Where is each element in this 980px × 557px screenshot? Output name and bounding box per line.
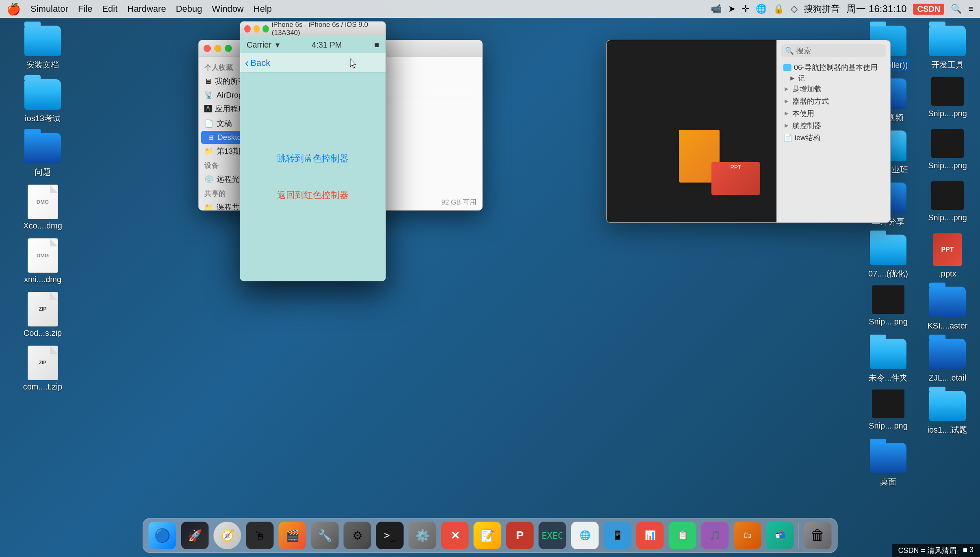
icon-label: Snip....png bbox=[928, 212, 967, 223]
dock-item-xmind[interactable]: ✕ bbox=[441, 522, 469, 549]
lock-icon: 🔒 bbox=[773, 4, 784, 14]
subitem-label: 记 bbox=[798, 74, 805, 82]
dock-item-app8[interactable]: 🎵 bbox=[701, 522, 729, 549]
dock-item-notes[interactable]: 📝 bbox=[474, 522, 501, 549]
return-to-red-button[interactable]: 返回到红色控制器 bbox=[277, 189, 349, 201]
dock-trash[interactable]: 🗑 bbox=[804, 522, 832, 549]
icon-label: 问题 bbox=[35, 167, 51, 177]
xcode-subitem-1[interactable]: ► 记 bbox=[781, 74, 886, 83]
docs-label: 文稿 bbox=[217, 118, 232, 129]
dock-item-safari[interactable]: 🧭 bbox=[214, 522, 241, 549]
location-icon: ➤ bbox=[728, 4, 735, 14]
dock-item-mouse[interactable]: 🖱 bbox=[246, 522, 274, 549]
desktop-icon-wenti[interactable]: 问题 bbox=[16, 132, 69, 177]
desktop-icon-snip4[interactable]: Snip....png bbox=[864, 285, 913, 331]
desktop-icon-snip2[interactable]: Snip....png bbox=[923, 129, 972, 175]
desktop-icon-zjl[interactable]: ZJL....etail bbox=[923, 337, 972, 383]
sim-statusbar: Carrier ▾ 4:31 PM ■ bbox=[240, 36, 386, 53]
search-icon[interactable]: 🔍 bbox=[951, 4, 962, 14]
desktop-icon-cod-zip[interactable]: ZIP Cod...s.zip bbox=[16, 293, 69, 338]
xcode-item-1[interactable]: 06-导航控制器的基本使用 bbox=[781, 61, 886, 74]
desktop-icon-weiling[interactable]: 未令...件夹 bbox=[864, 337, 913, 383]
storage-info: 92 GB 可用 bbox=[441, 198, 477, 207]
sim-back-button[interactable]: ‹ Back bbox=[245, 57, 270, 70]
menu-simulator[interactable]: Simulator bbox=[30, 4, 68, 14]
dock-item-app1[interactable]: 🎬 bbox=[279, 522, 306, 549]
icon-label: 安装文档 bbox=[26, 59, 59, 70]
plus-icon: ✛ bbox=[742, 4, 749, 14]
dock-item-app6[interactable]: 📊 bbox=[636, 522, 664, 549]
view-label: iew结构 bbox=[795, 133, 820, 143]
sim-close-button[interactable] bbox=[244, 25, 251, 33]
desktop-icon-ios1[interactable]: ios1....试题 bbox=[923, 389, 972, 435]
icon-label: Snip....png bbox=[869, 316, 908, 327]
menu-debug[interactable]: Debug bbox=[176, 4, 202, 14]
dock-item-app9[interactable]: 🗂 bbox=[734, 522, 761, 549]
minimize-button[interactable] bbox=[214, 45, 221, 52]
dock-item-app5[interactable]: 📱 bbox=[604, 522, 631, 549]
docs-icon: 📄 bbox=[204, 119, 213, 128]
dock-item-prefs[interactable]: ⚙️ bbox=[409, 522, 436, 549]
dock-item-app7[interactable]: 📋 bbox=[669, 522, 696, 549]
xcode-item5-label: 航控制器 bbox=[792, 121, 822, 131]
menu-help[interactable]: Help bbox=[254, 4, 272, 14]
icon-label: KSI....aster bbox=[928, 320, 968, 331]
menu-hardware[interactable]: Hardware bbox=[127, 4, 166, 14]
xcode-item-view[interactable]: 📄 iew结构 bbox=[781, 132, 886, 144]
dock-item-app3[interactable]: ⚙ bbox=[344, 522, 371, 549]
xcode-search[interactable]: 🔍 搜索 bbox=[781, 44, 886, 57]
item4-icon: ► bbox=[783, 110, 790, 117]
dock-item-finder[interactable]: 🔵 bbox=[149, 522, 176, 549]
shared1-icon: 📁 bbox=[204, 203, 213, 210]
close-button[interactable] bbox=[204, 45, 211, 52]
xcode-item-4[interactable]: ► 本使用 bbox=[781, 107, 886, 120]
jump-to-blue-button[interactable]: 跳转到蓝色控制器 bbox=[277, 152, 349, 165]
remote-disk-icon: 💿 bbox=[204, 175, 213, 184]
xcode-sidebar: 🔍 搜索 06-导航控制器的基本使用 ► 记 ► 是增加载 bbox=[776, 40, 890, 222]
dock-item-app4[interactable]: 🌐 bbox=[571, 522, 599, 549]
back-label[interactable]: Back bbox=[250, 58, 270, 68]
list-view-icon[interactable]: ≡ bbox=[968, 4, 973, 14]
desktop-icon-xmi-dmg[interactable]: DMG xmi....dmg bbox=[16, 239, 69, 285]
desktop-icon-xcode-dmg[interactable]: DMG Xco....dmg bbox=[16, 185, 69, 231]
icon-label: ios13考试 bbox=[25, 113, 61, 124]
icon-label: ZJL....etail bbox=[929, 372, 966, 383]
dock-item-app10[interactable]: 📬 bbox=[766, 522, 794, 549]
desktop-icon-pptx[interactable]: PPT .pptx bbox=[923, 233, 972, 279]
sim-maximize-button[interactable] bbox=[262, 25, 269, 33]
trash-icon: 🗑 bbox=[811, 527, 825, 544]
desktop-icon-snip3[interactable]: Snip....png bbox=[923, 181, 972, 227]
xcode-window[interactable]: PPT 🔍 搜索 06-导航控制器的基本使用 ► 记 bbox=[606, 40, 891, 223]
desktop-icon-com-zip[interactable]: ZIP com....t.zip bbox=[16, 346, 69, 392]
menu-window[interactable]: Window bbox=[212, 4, 244, 14]
desktop-icon-ios13[interactable]: ios13考试 bbox=[16, 78, 69, 124]
simulator-window[interactable]: iPhone 6s - iPhone 6s / iOS 9.0 (13A340)… bbox=[240, 21, 386, 281]
folder-icon-finder: 📁 bbox=[204, 147, 213, 156]
xcode-item-3[interactable]: ► 器器的方式 bbox=[781, 95, 886, 107]
dock-item-tools[interactable]: 🔧 bbox=[311, 522, 339, 549]
desktop-icon-opt[interactable]: 07....(优化) bbox=[864, 233, 913, 279]
desktop-icon-devtools[interactable]: 开发工具 bbox=[923, 24, 972, 71]
menu-file[interactable]: File bbox=[78, 4, 92, 14]
sim-time: 4:31 PM bbox=[312, 40, 342, 50]
apple-menu[interactable]: 🍎 bbox=[7, 2, 21, 16]
xcode-item-5[interactable]: ► 航控制器 bbox=[781, 120, 886, 132]
icon-label: Snip....png bbox=[869, 420, 908, 431]
desktop-icon-snip1[interactable]: Snip....png bbox=[923, 77, 972, 123]
icon-label: ios1....试题 bbox=[928, 424, 968, 435]
desktop-icon-install-docs[interactable]: 安装文档 bbox=[16, 24, 69, 70]
desktop-icon-zhuomian[interactable]: 桌面 bbox=[864, 442, 913, 487]
prefs-icon: ⚙️ bbox=[415, 529, 429, 542]
dock-item-exec[interactable]: EXEC bbox=[539, 522, 566, 549]
menubar: 🍎 Simulator File Edit Hardware Debug Win… bbox=[0, 0, 980, 18]
ppt-thumbnail: PPT bbox=[711, 162, 760, 195]
desktop-icon-ksi[interactable]: KSI....aster bbox=[923, 285, 972, 331]
dock-item-launchpad[interactable]: 🚀 bbox=[181, 522, 209, 549]
sim-minimize-button[interactable] bbox=[254, 25, 260, 33]
menu-edit[interactable]: Edit bbox=[102, 4, 117, 14]
dock-item-ppt[interactable]: P bbox=[506, 522, 534, 549]
xcode-item-2[interactable]: ► 是增加载 bbox=[781, 83, 886, 95]
maximize-button[interactable] bbox=[225, 45, 232, 52]
desktop-icon-snip5[interactable]: Snip....png bbox=[864, 389, 913, 435]
dock-item-terminal[interactable]: >_ bbox=[376, 522, 404, 549]
